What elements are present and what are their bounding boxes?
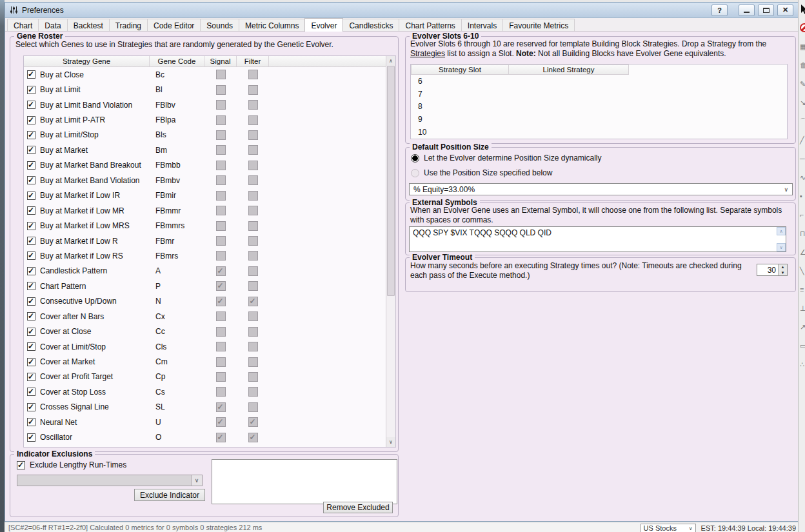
exclude-indicator-button[interactable]: Exclude Indicator [134, 489, 205, 501]
scroll-up-icon[interactable]: ∧ [386, 56, 395, 66]
drawing-tool-icon[interactable]: ⊥ [800, 304, 805, 314]
timeout-spinner[interactable]: 30 ▲ ▼ [757, 264, 788, 276]
specified-size-radio[interactable] [411, 169, 419, 177]
tab-chart[interactable]: Chart [7, 19, 39, 31]
gene-enabled-checkbox[interactable] [27, 418, 35, 426]
minimize-button[interactable] [739, 5, 755, 16]
pointer-icon[interactable] [800, 5, 805, 15]
close-button[interactable]: ✕ [777, 5, 793, 16]
gene-enabled-checkbox[interactable] [27, 342, 35, 351]
gene-enabled-checkbox[interactable] [27, 267, 35, 275]
strategies-link[interactable]: Strategies [410, 49, 445, 58]
gene-enabled-checkbox[interactable] [27, 433, 35, 442]
remove-excluded-button[interactable]: Remove Excluded [323, 502, 393, 513]
title-bar[interactable]: Preferences ? ✕ [5, 3, 798, 18]
help-button[interactable]: ? [711, 5, 728, 16]
tab-favourite-metrics[interactable]: Favourite Metrics [502, 19, 575, 31]
table-row[interactable]: Chart Pattern P [24, 279, 386, 293]
drawing-tool-icon[interactable]: ⌒ [800, 117, 805, 127]
spinner-down-icon[interactable]: ▼ [779, 270, 787, 276]
drawing-tool-icon[interactable]: ↗ [800, 322, 805, 333]
table-row[interactable]: Oscillator O [24, 430, 386, 445]
exclude-lengthy-checkbox[interactable] [17, 461, 25, 469]
gene-table-scrollbar[interactable]: ∧ ∨ [386, 56, 395, 447]
col-strategy-gene[interactable]: Strategy Gene [24, 56, 150, 66]
scroll-down-icon[interactable]: ∨ [777, 243, 786, 251]
drawing-tool-icon[interactable]: ╲ [800, 266, 805, 277]
table-row[interactable]: Cover at Close Cc [24, 324, 386, 339]
tab-evolver[interactable]: Evolver [304, 18, 343, 32]
drawing-tool-icon[interactable]: ⌐ [800, 210, 805, 221]
spinner-up-icon[interactable]: ▲ [779, 264, 787, 270]
drawing-tool-icon[interactable]: ─ [800, 154, 805, 164]
gene-enabled-checkbox[interactable] [27, 222, 35, 230]
gene-enabled-checkbox[interactable] [27, 297, 35, 306]
gene-enabled-checkbox[interactable] [27, 70, 35, 79]
no-entry-icon[interactable] [800, 23, 805, 34]
tab-metric-columns[interactable]: Metric Columns [239, 19, 305, 31]
market-selector[interactable]: US Stocks ∨ [641, 524, 696, 532]
drawing-tool-icon[interactable]: ✎ [800, 79, 805, 90]
table-row[interactable]: Candlestick Pattern A [24, 264, 386, 279]
drawing-tool-icon[interactable]: ▪ [800, 192, 805, 202]
scroll-up-icon[interactable]: ∧ [777, 227, 786, 235]
table-row[interactable]: Neural Net U [24, 415, 386, 429]
table-row[interactable]: Cover at Profit Target Cp [24, 369, 386, 384]
table-row[interactable]: Buy at Market Bm [24, 143, 386, 157]
table-row[interactable]: Buy at Market if Low MRS FBmmrs [24, 218, 386, 233]
timeout-value[interactable]: 30 [757, 264, 778, 275]
gene-enabled-checkbox[interactable] [27, 251, 35, 260]
external-symbols-input[interactable]: QQQ SPY $VIX TQQQ SQQQ QLD QID ∧ ∨ [409, 226, 786, 252]
tab-trading[interactable]: Trading [109, 19, 148, 31]
table-row[interactable]: 9 [411, 113, 787, 126]
gene-enabled-checkbox[interactable] [27, 176, 35, 184]
table-row[interactable]: Consecutive Up/Down N [24, 294, 386, 309]
dynamic-size-radio[interactable] [411, 154, 419, 163]
trash-icon[interactable]: 🗑 [800, 61, 805, 71]
table-row[interactable]: Buy at Market Band Violation FBmbv [24, 173, 386, 188]
drawing-tool-icon[interactable]: ∿ [800, 173, 805, 183]
tab-backtest[interactable]: Backtest [67, 19, 110, 31]
table-row[interactable]: Buy at Limit/Stop Bls [24, 128, 386, 143]
indicator-select[interactable]: ∨ [17, 475, 203, 486]
scroll-down-icon[interactable]: ∨ [386, 437, 395, 447]
gene-enabled-checkbox[interactable] [27, 161, 35, 170]
col-filter[interactable]: Filter [237, 56, 269, 66]
drawing-tool-icon[interactable]: ≡ [800, 285, 805, 295]
gene-enabled-checkbox[interactable] [27, 373, 35, 381]
gene-enabled-checkbox[interactable] [27, 101, 35, 109]
table-row[interactable]: 8 [411, 101, 787, 113]
table-row[interactable]: Buy at Market if Low RS FBmrs [24, 248, 386, 263]
scroll-track[interactable] [386, 66, 395, 437]
tab-sounds[interactable]: Sounds [200, 19, 239, 31]
table-row[interactable]: Buy at Close Bc [24, 67, 386, 82]
table-row[interactable]: Cover at Stop Loss Cs [24, 384, 386, 399]
maximize-button[interactable] [758, 5, 774, 16]
col-linked-strategy[interactable]: Linked Strategy [509, 64, 629, 75]
gene-enabled-checkbox[interactable] [27, 131, 35, 139]
table-row[interactable]: Buy at Market if Low R FBmr [24, 233, 386, 248]
gene-enabled-checkbox[interactable] [27, 358, 35, 366]
gene-enabled-checkbox[interactable] [27, 328, 35, 336]
position-size-select[interactable]: % Equity=33.00% ∨ [409, 183, 793, 195]
gene-enabled-checkbox[interactable] [27, 388, 35, 396]
gene-enabled-checkbox[interactable] [27, 237, 35, 245]
tab-code-editor[interactable]: Code Editor [147, 19, 201, 31]
table-row[interactable]: Buy at Market Band Breakout FBmbb [24, 158, 386, 173]
table-row[interactable]: Buy at Market if Low IR FBmir [24, 188, 386, 203]
table-row[interactable]: Cover after N Bars Cx [24, 309, 386, 324]
grid-icon[interactable]: ▦ [800, 42, 805, 52]
col-gene-code[interactable]: Gene Code [150, 56, 204, 66]
table-row[interactable]: Buy at Limit Band Violation FBlbv [24, 97, 386, 112]
table-row[interactable]: Cover at Market Cm [24, 354, 386, 369]
tab-data[interactable]: Data [38, 19, 67, 31]
drawing-tool-icon[interactable]: ╱ [800, 135, 805, 146]
gene-enabled-checkbox[interactable] [27, 403, 35, 411]
table-row[interactable]: Crosses Signal Line SL [24, 400, 386, 415]
gene-enabled-checkbox[interactable] [27, 206, 35, 215]
drawing-tool-icon[interactable]: ↘ [800, 98, 805, 108]
col-signal[interactable]: Signal [204, 56, 237, 66]
tab-intervals[interactable]: Intervals [461, 19, 503, 31]
table-row[interactable]: Buy at Market if Low MR FBmmr [24, 203, 386, 218]
gene-enabled-checkbox[interactable] [27, 146, 35, 154]
